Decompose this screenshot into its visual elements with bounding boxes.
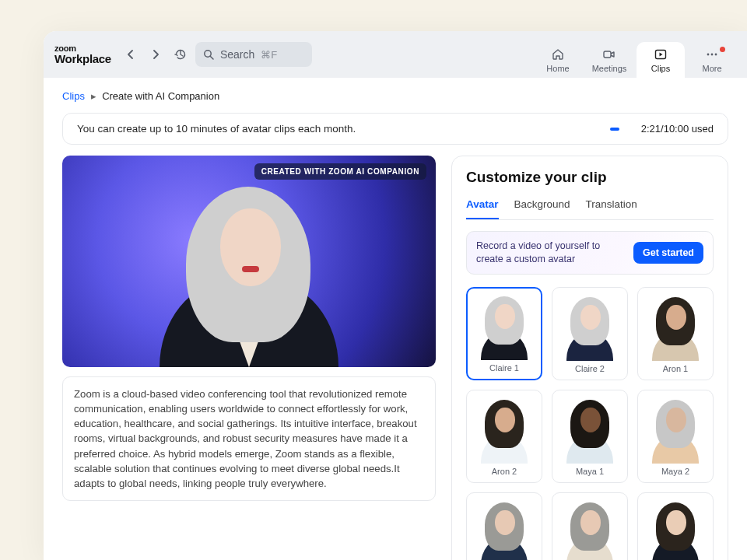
tab-label: Meetings <box>592 64 627 73</box>
avatar-card[interactable]: Maya 2 <box>637 390 714 483</box>
tab-meetings[interactable]: Meetings <box>585 42 633 78</box>
avatar-thumbnail <box>643 292 708 361</box>
avatar-thumbnail <box>557 395 622 464</box>
brand-bottom: Workplace <box>54 53 111 65</box>
chevron-right-icon <box>151 50 160 59</box>
avatar-card[interactable]: Aron 2 <box>466 390 542 483</box>
search-shortcut: ⌘F <box>261 49 277 61</box>
breadcrumb-separator: ▸ <box>91 90 96 102</box>
avatar-card[interactable]: Claire 2 <box>552 287 628 380</box>
avatar-grid: Claire 1Claire 2Aron 1Aron 2Maya 1Maya 2… <box>466 287 714 560</box>
search-icon <box>203 49 214 60</box>
page-body: Clips ▸ Create with AI Companion You can… <box>44 78 747 560</box>
avatar-name: Claire 1 <box>489 363 519 373</box>
clips-icon <box>654 47 668 61</box>
tab-avatar[interactable]: Avatar <box>466 194 499 219</box>
avatar-thumbnail <box>557 498 622 560</box>
panel-tabs: Avatar Background Translation <box>466 194 714 220</box>
nav-back-button[interactable] <box>121 44 141 65</box>
avatar-thumbnail <box>472 395 537 464</box>
svg-point-5 <box>715 53 717 55</box>
avatar-name: Maya 2 <box>661 467 689 476</box>
get-started-button[interactable]: Get started <box>633 242 703 264</box>
custom-avatar-cta: Record a video of yourself to create a c… <box>466 231 714 275</box>
more-icon <box>705 47 719 61</box>
tab-background[interactable]: Background <box>514 194 570 219</box>
search-placeholder: Search <box>220 48 254 61</box>
script-textarea[interactable]: Zoom is a cloud-based video conferencing… <box>62 376 436 501</box>
svg-point-4 <box>711 53 714 55</box>
home-icon <box>551 47 565 61</box>
video-icon <box>602 47 616 61</box>
tab-clips[interactable]: Clips <box>637 42 685 78</box>
breadcrumb: Clips ▸ Create with AI Companion <box>62 90 728 102</box>
customize-panel: Customize your clip Avatar Background Tr… <box>451 156 728 560</box>
avatar-card[interactable]: Claire 1 <box>466 287 542 380</box>
history-icon <box>174 48 187 61</box>
preview-column: CREATED WITH ZOOM AI COMPANION Zoom is a… <box>62 156 436 501</box>
app-header: zoom Workplace Search ⌘F Home <box>44 31 747 78</box>
chevron-left-icon <box>126 50 135 59</box>
tab-label: Clips <box>651 64 670 73</box>
tab-translation[interactable]: Translation <box>586 194 637 219</box>
tab-more[interactable]: More <box>688 42 736 78</box>
tab-home[interactable]: Home <box>534 42 582 78</box>
brand-logo: zoom Workplace <box>54 44 111 65</box>
svg-point-3 <box>707 53 710 55</box>
avatar-card[interactable]: Julian 2 <box>552 492 628 560</box>
history-button[interactable] <box>170 44 191 65</box>
avatar-figure <box>160 173 338 367</box>
avatar-thumbnail <box>472 293 536 360</box>
avatar-thumbnail <box>643 498 708 560</box>
notice-text: You can create up to 10 minutes of avata… <box>77 123 356 135</box>
panel-title: Customize your clip <box>466 169 714 186</box>
svg-rect-1 <box>604 51 611 58</box>
quota-progress-bar <box>610 128 619 131</box>
avatar-thumbnail <box>643 395 708 464</box>
nav-forward-button[interactable] <box>146 44 166 65</box>
clip-preview[interactable]: CREATED WITH ZOOM AI COMPANION <box>62 156 436 367</box>
tab-label: More <box>702 64 721 73</box>
cta-text: Record a video of yourself to create a c… <box>476 240 624 266</box>
avatar-name: Maya 1 <box>576 467 604 476</box>
avatar-name: Aron 1 <box>663 364 688 373</box>
quota-notice: You can create up to 10 minutes of avata… <box>62 113 728 145</box>
app-window: zoom Workplace Search ⌘F Home <box>44 31 747 560</box>
avatar-card[interactable]: Julian 1 <box>466 492 542 560</box>
search-input[interactable]: Search ⌘F <box>195 42 312 67</box>
avatar-card[interactable]: Maya 1 <box>552 390 628 483</box>
top-nav-tabs: Home Meetings Clips More <box>534 31 736 78</box>
quota-used-text: 2:21/10:00 used <box>641 123 714 135</box>
avatar-name: Claire 2 <box>575 364 605 373</box>
avatar-card[interactable]: Aron 1 <box>637 287 714 380</box>
avatar-card[interactable]: Emma 1 <box>637 492 714 560</box>
breadcrumb-root-link[interactable]: Clips <box>62 90 85 102</box>
notification-badge <box>720 47 725 52</box>
avatar-name: Aron 2 <box>492 467 517 476</box>
breadcrumb-current: Create with AI Companion <box>102 90 219 102</box>
avatar-thumbnail <box>557 292 622 361</box>
tab-label: Home <box>546 64 569 73</box>
avatar-thumbnail <box>472 498 537 560</box>
